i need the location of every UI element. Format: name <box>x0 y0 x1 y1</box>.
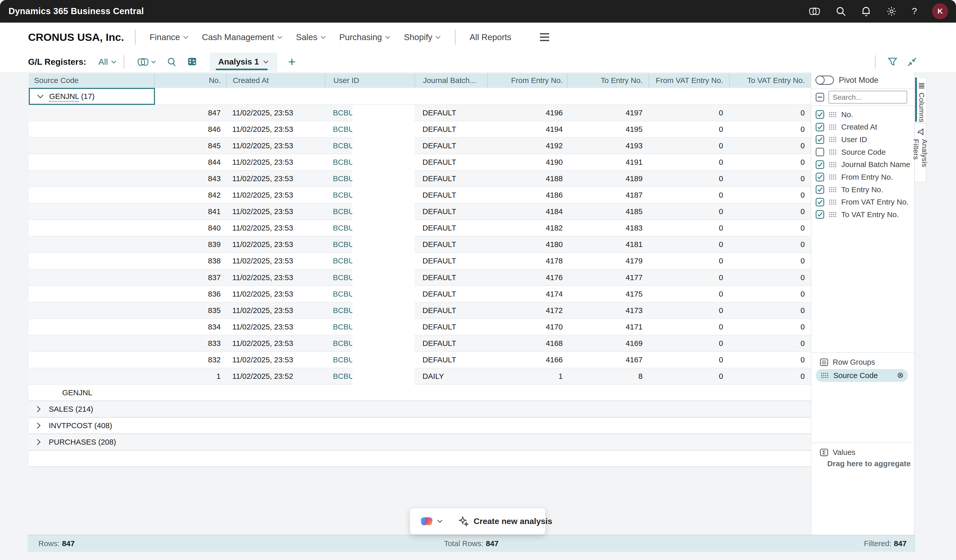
table-row[interactable]: 83811/02/2025, 23:53BCBUILDEFAULT4178417… <box>29 253 811 269</box>
filter-funnel-icon[interactable] <box>883 55 902 69</box>
group-cell-genjnl[interactable]: GENJNL (17) <box>29 88 155 105</box>
cell-created-at: 11/02/2025, 23:53 <box>226 236 325 252</box>
drag-handle-icon[interactable] <box>829 137 836 142</box>
pivot-mode-toggle[interactable] <box>816 76 834 85</box>
help-icon[interactable]: ? <box>912 6 917 16</box>
status-bar: Rows:847 Total Rows:847 Filtered:847 <box>27 535 915 552</box>
chevron-down-icon[interactable] <box>437 519 443 523</box>
table-row[interactable]: 83911/02/2025, 23:53BCBUILDEFAULT4180418… <box>29 236 811 253</box>
create-new-analysis-button[interactable]: Create new analysis <box>459 516 552 526</box>
chevron-right-icon[interactable] <box>36 439 41 445</box>
drag-handle-icon[interactable] <box>829 162 836 167</box>
cell-to-vat: 0 <box>729 270 811 286</box>
table-row[interactable]: 84611/02/2025, 23:53BCBUILDEFAULT4194419… <box>29 121 811 138</box>
nav-item-all-reports[interactable]: All Reports <box>463 28 518 46</box>
table-row[interactable]: 83211/02/2025, 23:53BCBUILDEFAULT4166416… <box>29 352 811 368</box>
view-filter-dropdown[interactable]: All <box>98 57 116 67</box>
drag-handle-icon[interactable] <box>829 212 836 217</box>
drag-handle-icon[interactable] <box>821 373 828 378</box>
copilot-dropdown-icon[interactable] <box>132 54 161 69</box>
tab-analysis-1[interactable]: Analysis 1 <box>210 52 277 71</box>
table-row[interactable]: 84411/02/2025, 23:53BCBUILDEFAULT4190419… <box>29 154 811 171</box>
table-row[interactable]: 84011/02/2025, 23:53BCBUILDEFAULT4182418… <box>29 220 811 236</box>
menu-hamburger-icon[interactable] <box>538 31 552 44</box>
column-header-to-vat-entry-no[interactable]: To VAT Entry No. <box>729 73 811 88</box>
chevron-down-icon[interactable] <box>37 94 44 99</box>
chevron-right-icon[interactable] <box>36 406 41 412</box>
copilot-icon[interactable] <box>809 6 820 16</box>
cell-created-at: 11/02/2025, 23:53 <box>226 105 325 121</box>
column-header-from-entry-no[interactable]: From Entry No. <box>487 73 567 88</box>
search-icon[interactable] <box>836 6 846 16</box>
cell-created-at: 11/02/2025, 23:53 <box>226 352 325 368</box>
cell-journal-batch: DEFAULT <box>415 335 487 351</box>
notifications-icon[interactable] <box>861 6 871 16</box>
column-checkbox[interactable] <box>816 148 824 156</box>
table-row[interactable]: 84311/02/2025, 23:53BCBUILDEFAULT4188418… <box>29 171 811 187</box>
table-row[interactable]: 83711/02/2025, 23:53BCBUILDEFAULT4176417… <box>29 270 811 286</box>
table-row[interactable]: 111/02/2025, 23:52BCBUILDAILY1800 <box>29 368 811 385</box>
column-checkbox[interactable] <box>816 198 824 206</box>
column-header-from-vat-entry-no[interactable]: From VAT Entry No. <box>649 73 729 88</box>
column-checkbox[interactable] <box>816 135 824 144</box>
cell-journal-batch: DEFAULT <box>415 203 487 219</box>
table-row[interactable]: 83611/02/2025, 23:53BCBUILDEFAULT4174417… <box>29 286 811 302</box>
company-name[interactable]: CRONUS USA, Inc. <box>28 31 124 43</box>
table-row[interactable]: 83511/02/2025, 23:53BCBUILDEFAULT4172417… <box>29 302 811 319</box>
refresh-grid-icon[interactable] <box>182 55 202 69</box>
drag-handle-icon[interactable] <box>829 149 836 155</box>
drag-handle-icon[interactable] <box>829 187 836 192</box>
column-header-no[interactable]: No. <box>154 73 226 88</box>
row-group-pill-source-code[interactable]: Source Code ⊗ <box>816 369 908 382</box>
column-checkbox[interactable] <box>816 110 824 119</box>
nav-item-sales[interactable]: Sales <box>289 28 333 46</box>
table-row[interactable]: 83311/02/2025, 23:53BCBUILDEFAULT4168416… <box>29 335 811 352</box>
collapse-panel-icon[interactable] <box>902 55 922 69</box>
group-row-purchases[interactable]: PURCHASES (208) <box>29 434 811 450</box>
column-search-input[interactable] <box>829 91 907 104</box>
cell-created-at: 11/02/2025, 23:53 <box>226 335 325 351</box>
nav-item-purchasing[interactable]: Purchasing <box>333 28 397 46</box>
column-header-source-code[interactable]: Source Code <box>29 73 154 88</box>
select-all-checkbox[interactable] <box>816 93 824 101</box>
copilot-logo-icon[interactable] <box>420 514 433 528</box>
column-checkbox[interactable] <box>816 210 824 219</box>
drag-handle-icon[interactable] <box>829 124 836 130</box>
add-analysis-tab-button[interactable]: + <box>288 55 296 68</box>
column-checkbox[interactable] <box>816 185 824 194</box>
table-row[interactable]: 84111/02/2025, 23:53BCBUILDEFAULT4184418… <box>29 203 811 220</box>
column-header-to-entry-no[interactable]: To Entry No. <box>567 73 649 88</box>
empty-row <box>29 450 811 467</box>
search-grid-icon[interactable] <box>162 55 182 69</box>
cell-source-code <box>29 270 154 286</box>
column-checkbox[interactable] <box>816 160 824 169</box>
tab-analysis-filters[interactable]: Analysis Filters <box>915 123 926 182</box>
nav-item-cash-management[interactable]: Cash Management <box>195 28 289 46</box>
column-toggle-journal-batch-name: Journal Batch Name <box>811 158 914 171</box>
settings-gear-icon[interactable] <box>886 6 897 16</box>
column-checkbox[interactable] <box>816 173 824 181</box>
tab-columns[interactable]: Columns <box>915 77 927 122</box>
group-row-invtpcost[interactable]: INVTPCOST (408) <box>29 418 811 434</box>
column-checkbox[interactable] <box>816 123 824 131</box>
drag-handle-icon[interactable] <box>829 112 836 117</box>
column-header-journal-batch[interactable]: Journal Batch... <box>415 73 487 88</box>
avatar[interactable]: K <box>932 3 948 19</box>
divider <box>455 30 455 45</box>
table-row[interactable]: 84211/02/2025, 23:53BCBUILDEFAULT4186418… <box>29 187 811 203</box>
nav-item-shopify[interactable]: Shopify <box>397 28 448 46</box>
drag-handle-icon[interactable] <box>829 174 836 179</box>
nav-item-finance[interactable]: Finance <box>143 28 195 46</box>
table-row[interactable]: 84511/02/2025, 23:53BCBUILDEFAULT4192419… <box>29 138 811 154</box>
group-row-sales[interactable]: SALES (214) <box>29 401 811 418</box>
column-header-created-at[interactable]: Created At <box>226 73 325 88</box>
cell-to-entry: 4181 <box>567 236 649 252</box>
drag-handle-icon[interactable] <box>829 200 836 205</box>
values-sigma-icon <box>820 448 828 456</box>
remove-row-group-icon[interactable]: ⊗ <box>897 371 904 379</box>
table-row[interactable]: 84711/02/2025, 23:53BCBUILDEFAULT4196419… <box>29 105 811 121</box>
grid-rows: 84711/02/2025, 23:53BCBUILDEFAULT4196419… <box>29 105 811 385</box>
table-row[interactable]: 83411/02/2025, 23:53BCBUILDEFAULT4170417… <box>29 319 811 335</box>
column-header-user-id[interactable]: User ID <box>325 73 415 88</box>
chevron-right-icon[interactable] <box>36 422 41 429</box>
